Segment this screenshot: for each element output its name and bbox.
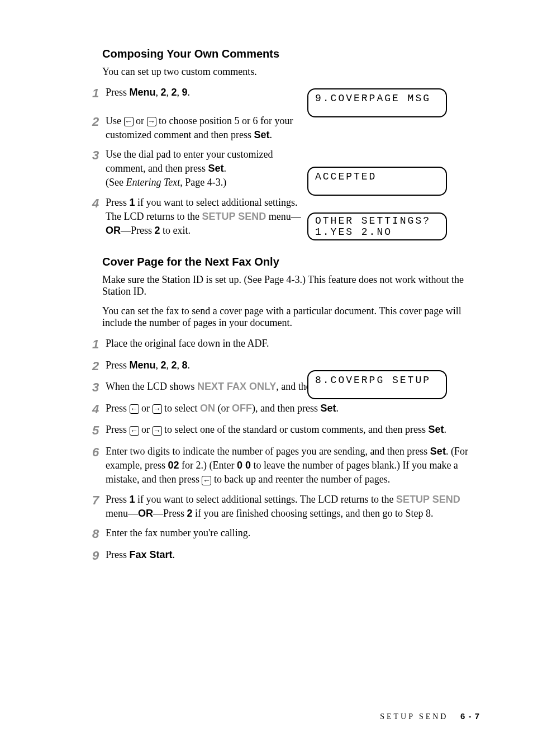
step-5b: 5 Press ← or → to select one of the stan… [92,423,480,439]
step-1b: 1 Place the original face down in the AD… [92,337,480,353]
lcd-other-settings: OTHER SETTINGS? 1.YES 2.NO [307,212,447,240]
step-8b: 8 Enter the fax number you're calling. [92,526,480,542]
section-cover-page: Cover Page for the Next Fax Only Make su… [92,256,480,564]
arrow-left-icon: ← [124,117,134,126]
step-6b: 6 Enter two digits to indicate the numbe… [92,445,480,487]
step-text: Use ← or → to choose position 5 or 6 for… [106,114,304,142]
lcd-accepted: ACCEPTED [307,167,447,196]
arrow-right-icon: → [147,117,156,126]
heading-cover-page: Cover Page for the Next Fax Only [102,256,480,268]
step-text: Press ← or → to select ON (or OFF), and … [106,401,480,415]
step-text: Press Menu, 2, 2, 9. [106,86,304,100]
step-text: Use the dial pad to enter your customize… [106,148,304,190]
intro-cover-1: Make sure the Station ID is set up. (See… [102,274,480,297]
section-composing: Composing Your Own Comments You can set … [92,48,480,238]
step-text: Press 1 if you want to select additional… [106,493,480,521]
step-7b: 7 Press 1 if you want to select addition… [92,493,480,521]
step-text: Press Fax Start. [106,548,480,562]
intro-composing: You can set up two custom comments. [102,66,480,78]
intro-cover-2: You can set the fax to send a cover page… [102,305,480,329]
heading-composing: Composing Your Own Comments [102,48,480,60]
arrow-right-icon: → [153,426,162,436]
step-text: Enter two digits to indicate the number … [106,445,480,487]
step-text: Place the original face down in the ADF. [106,337,304,351]
step-text: Press ← or → to select one of the standa… [106,423,480,437]
arrow-left-icon: ← [202,476,211,485]
step-text: Enter the fax number you're calling. [106,526,480,540]
page-footer: SETUP SEND 6 - 7 [380,711,480,721]
step-2: 2 Use ← or → to choose position 5 or 6 f… [92,114,480,142]
step-text: Press 1 if you want to select additional… [106,196,304,238]
lcd-coverpage-msg: 9.COVERPAGE MSG [307,88,447,117]
lcd-coverpg-setup: 8.COVERPG SETUP [307,370,447,399]
step-9b: 9 Press Fax Start. [92,548,480,564]
step-4b: 4 Press ← or → to select ON (or OFF), an… [92,401,480,418]
arrow-left-icon: ← [130,404,139,414]
arrow-right-icon: → [153,404,162,414]
footer-page-num: 6 - 7 [460,711,480,721]
arrow-left-icon: ← [130,426,139,436]
footer-section: SETUP SEND [380,712,448,721]
